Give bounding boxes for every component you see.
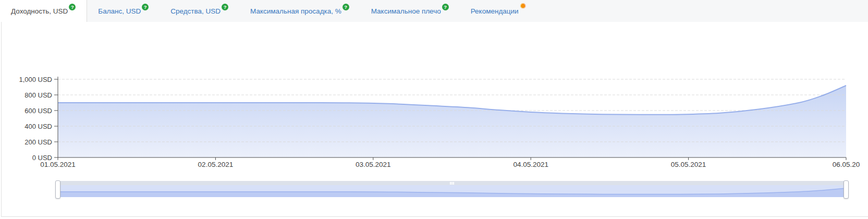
svg-text:04.05.2021: 04.05.2021 (513, 161, 548, 168)
tab-label: Средства, USD (170, 7, 221, 15)
svg-text:01.05.2021: 01.05.2021 (40, 161, 76, 168)
question-badge-icon[interactable]: ? (222, 4, 228, 10)
navigator-left-handle[interactable] (55, 180, 60, 199)
svg-text:05.05.2021: 05.05.2021 (671, 161, 706, 168)
navigator-right-handle[interactable] (843, 180, 849, 199)
tab-label: Рекомендации (471, 7, 519, 15)
drag-grip-icon[interactable] (450, 182, 454, 185)
panel-left-border (1, 22, 2, 216)
question-badge-icon[interactable]: ? (343, 4, 349, 10)
svg-text:400 USD: 400 USD (25, 123, 52, 130)
navigator-mini-chart[interactable] (58, 185, 846, 197)
stats-tabbar: Доходность, USD? Баланс, USD? Средства, … (0, 0, 868, 22)
tab-profitability[interactable]: Доходность, USD? (0, 0, 87, 22)
new-starburst-icon: ✹ (520, 3, 527, 10)
tab-recommendations[interactable]: Рекомендации✹ (460, 0, 537, 22)
tab-label: Максимальное плечо (371, 7, 441, 15)
svg-text:1,000 USD: 1,000 USD (19, 76, 52, 83)
question-badge-icon[interactable]: ? (442, 4, 449, 10)
question-badge-icon[interactable]: ? (142, 4, 149, 10)
svg-text:06.05.20: 06.05.20 (833, 161, 860, 168)
navigator-track[interactable] (58, 181, 846, 185)
tab-label: Баланс, USD (98, 7, 141, 15)
tab-max-drawdown[interactable]: Максимальная просадка, %? (239, 0, 360, 22)
tab-label: Максимальная просадка, % (250, 7, 341, 15)
chart-range-navigator[interactable] (58, 181, 846, 197)
svg-text:600 USD: 600 USD (25, 107, 52, 115)
question-badge-icon[interactable]: ? (69, 4, 76, 10)
svg-text:02.05.2021: 02.05.2021 (198, 161, 234, 168)
svg-text:200 USD: 200 USD (25, 138, 52, 146)
svg-text:03.05.2021: 03.05.2021 (356, 161, 391, 168)
tab-balance[interactable]: Баланс, USD? (87, 0, 160, 22)
svg-text:800 USD: 800 USD (25, 91, 52, 99)
tab-funds[interactable]: Средства, USD? (160, 0, 239, 22)
tab-label: Доходность, USD (11, 7, 68, 15)
panel-bottom-border (1, 216, 868, 217)
tab-max-leverage[interactable]: Максимальное плечо? (360, 0, 460, 22)
